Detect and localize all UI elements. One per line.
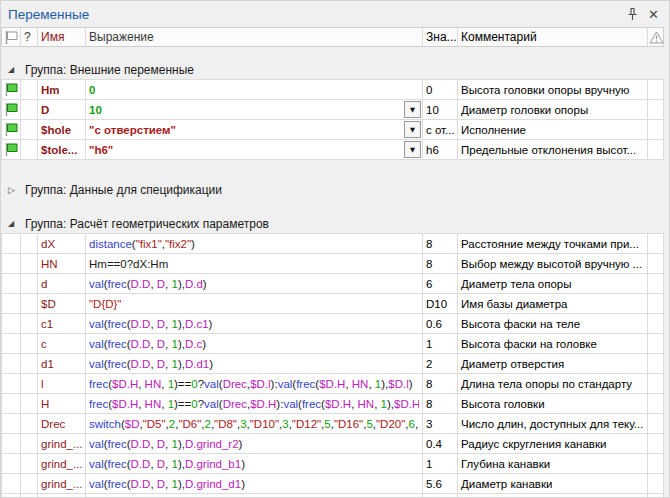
- header-warning-icon[interactable]: [648, 28, 664, 46]
- name-cell[interactable]: grind_b: [38, 494, 86, 498]
- comment-cell[interactable]: Исполнение: [458, 120, 648, 139]
- expression-cell[interactable]: val(frec(D.D, D, 1),D.c): [86, 334, 423, 353]
- name-cell[interactable]: $hole: [38, 120, 86, 139]
- name-cell[interactable]: $D: [38, 294, 86, 313]
- group-header[interactable]: ◢Группа: Внешние переменные: [1, 60, 669, 79]
- expression-cell[interactable]: val(frec(D.D, D, 1),D.c1): [86, 314, 423, 333]
- expression-cell[interactable]: val(frec(D.D, D, 1),D.grind_b1): [86, 454, 423, 473]
- name-cell[interactable]: grind_...: [38, 474, 86, 493]
- name-cell[interactable]: HN: [38, 254, 86, 273]
- name-cell[interactable]: Drec: [38, 414, 86, 433]
- comment-cell[interactable]: Радиус скругления канавки: [458, 434, 648, 453]
- comment-cell[interactable]: Диаметр отверстия: [458, 354, 648, 373]
- dropdown-button[interactable]: ▼: [404, 101, 421, 118]
- comment-cell[interactable]: Высота фаски на головке: [458, 334, 648, 353]
- comment-cell[interactable]: Диаметр головки опоры: [458, 100, 648, 119]
- value-cell[interactable]: D10: [423, 294, 458, 313]
- header-flag-icon[interactable]: [2, 28, 21, 46]
- comment-cell[interactable]: Имя базы диаметра: [458, 294, 648, 313]
- expression-cell[interactable]: "h6"▼: [86, 140, 423, 159]
- comment-cell[interactable]: Высота головки: [458, 394, 648, 413]
- name-cell[interactable]: d1: [38, 354, 86, 373]
- variable-row[interactable]: dval(frec(D.D, D, 1),D.d)6Диаметр тела о…: [2, 274, 663, 294]
- value-cell[interactable]: 2.2: [423, 494, 458, 498]
- comment-cell[interactable]: Предельные отклонения высот...: [458, 140, 648, 159]
- name-cell[interactable]: grind_...: [38, 434, 86, 453]
- value-cell[interactable]: с от...: [423, 120, 458, 139]
- name-cell[interactable]: d: [38, 274, 86, 293]
- group-header[interactable]: ▷Группа: Данные для спецификации: [1, 180, 669, 199]
- variable-row[interactable]: Drecswitch($D,"D5",2,"D6",2,"D8",3,"D10"…: [2, 414, 663, 434]
- variable-row[interactable]: lfrec($D.H, HN, 1)==0?val(Drec,$D.l):val…: [2, 374, 663, 394]
- name-cell[interactable]: D: [38, 100, 86, 119]
- close-icon[interactable]: ✕: [648, 8, 659, 21]
- dropdown-button[interactable]: ▼: [404, 121, 421, 138]
- expression-cell[interactable]: frec($D.H, HN, 1)==0?val(Drec,$D.H):val(…: [86, 394, 423, 413]
- variable-row[interactable]: dXdistance("fix1","fix2")8Расстояние меж…: [2, 234, 663, 254]
- comment-cell[interactable]: Длина канавки: [458, 494, 648, 498]
- name-cell[interactable]: Hm: [38, 80, 86, 99]
- comment-cell[interactable]: Выбор между высотой вручную ...: [458, 254, 648, 273]
- comment-cell[interactable]: Глубина канавки: [458, 454, 648, 473]
- expression-cell[interactable]: "с отверстием"▼: [86, 120, 423, 139]
- comment-cell[interactable]: Диаметр канавки: [458, 474, 648, 493]
- comment-cell[interactable]: Высота фаски на теле: [458, 314, 648, 333]
- value-cell[interactable]: h6: [423, 140, 458, 159]
- expression-cell[interactable]: switch($D,"D5",2,"D6",2,"D8",3,"D10",3,"…: [86, 414, 423, 433]
- variable-row[interactable]: grind_bval(frec(D.D, D, 1),D.grind_b)2.2…: [2, 494, 663, 498]
- variable-row[interactable]: grind_...val(frec(D.D, D, 1),D.grind_r2)…: [2, 434, 663, 454]
- dropdown-button[interactable]: ▼: [404, 141, 421, 158]
- comment-cell[interactable]: Длина тела опоры по стандарту: [458, 374, 648, 393]
- flag-cell[interactable]: [2, 100, 21, 119]
- value-cell[interactable]: 0.6: [423, 314, 458, 333]
- variable-row[interactable]: grind_...val(frec(D.D, D, 1),D.grind_b1)…: [2, 454, 663, 474]
- header-name-column[interactable]: Имя: [38, 28, 86, 46]
- name-cell[interactable]: c: [38, 334, 86, 353]
- name-cell[interactable]: dX: [38, 234, 86, 253]
- header-value-column[interactable]: Зна...: [423, 28, 458, 46]
- variable-row[interactable]: Hm00Высота головки опоры вручную: [2, 80, 663, 100]
- collapse-icon[interactable]: ▷: [8, 185, 21, 195]
- name-cell[interactable]: l: [38, 374, 86, 393]
- variable-row[interactable]: HNHm==0?dX:Hm8Выбор между высотой вручну…: [2, 254, 663, 274]
- flag-cell[interactable]: [2, 80, 21, 99]
- expression-cell[interactable]: frec($D.H, HN, 1)==0?val(Drec,$D.l):val(…: [86, 374, 423, 393]
- expression-cell[interactable]: distance("fix1","fix2"): [86, 234, 423, 253]
- expression-cell[interactable]: val(frec(D.D, D, 1),D.d1): [86, 354, 423, 373]
- variable-row[interactable]: grind_...val(frec(D.D, D, 1),D.grind_d1)…: [2, 474, 663, 494]
- name-cell[interactable]: $tole...: [38, 140, 86, 159]
- variable-row[interactable]: D10▼10Диаметр головки опоры: [2, 100, 663, 120]
- variable-row[interactable]: $hole"с отверстием"▼с от...Исполнение: [2, 120, 663, 140]
- value-cell[interactable]: 6: [423, 274, 458, 293]
- expression-cell[interactable]: "D{D}": [86, 294, 423, 313]
- comment-cell[interactable]: Диаметр тела опоры: [458, 274, 648, 293]
- flag-cell[interactable]: [2, 140, 21, 159]
- value-cell[interactable]: 5.6: [423, 474, 458, 493]
- expression-cell[interactable]: val(frec(D.D, D, 1),D.grind_d1): [86, 474, 423, 493]
- expression-cell[interactable]: Hm==0?dX:Hm: [86, 254, 423, 273]
- value-cell[interactable]: 3: [423, 414, 458, 433]
- expression-cell[interactable]: 10▼: [86, 100, 423, 119]
- expand-icon[interactable]: ◢: [8, 219, 21, 228]
- name-cell[interactable]: H: [38, 394, 86, 413]
- comment-cell[interactable]: Расстояние между точками при...: [458, 234, 648, 253]
- variable-row[interactable]: d1val(frec(D.D, D, 1),D.d1)2Диаметр отве…: [2, 354, 663, 374]
- expand-icon[interactable]: ◢: [8, 65, 21, 74]
- variable-row[interactable]: cval(frec(D.D, D, 1),D.c)1Высота фаски н…: [2, 334, 663, 354]
- expression-cell[interactable]: val(frec(D.D, D, 1),D.d): [86, 274, 423, 293]
- comment-cell[interactable]: Число длин, доступных для теку...: [458, 414, 648, 433]
- value-cell[interactable]: 1: [423, 454, 458, 473]
- name-cell[interactable]: grind_...: [38, 454, 86, 473]
- comment-cell[interactable]: Высота головки опоры вручную: [458, 80, 648, 99]
- name-cell[interactable]: c1: [38, 314, 86, 333]
- value-cell[interactable]: 0: [423, 80, 458, 99]
- variable-row[interactable]: c1val(frec(D.D, D, 1),D.c1)0.6Высота фас…: [2, 314, 663, 334]
- variable-row[interactable]: $tole..."h6"▼h6Предельные отклонения выс…: [2, 140, 663, 160]
- pin-icon[interactable]: [626, 7, 639, 21]
- value-cell[interactable]: 2: [423, 354, 458, 373]
- header-help-column[interactable]: ?: [21, 28, 38, 46]
- variable-row[interactable]: Hfrec($D.H, HN, 1)==0?val(Drec,$D.H):val…: [2, 394, 663, 414]
- value-cell[interactable]: 8: [423, 234, 458, 253]
- expression-cell[interactable]: val(frec(D.D, D, 1),D.grind_r2): [86, 434, 423, 453]
- value-cell[interactable]: 8: [423, 394, 458, 413]
